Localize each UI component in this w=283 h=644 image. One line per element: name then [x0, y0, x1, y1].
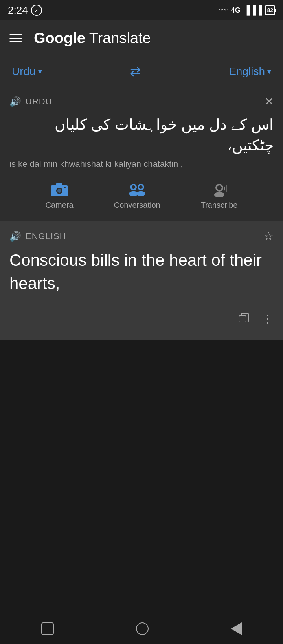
svg-point-13	[217, 185, 222, 190]
bottom-spacer	[0, 340, 283, 520]
svg-point-10	[139, 185, 142, 189]
swap-languages-button[interactable]: ⇄	[130, 64, 141, 79]
transcribe-tool-button[interactable]: Transcribe	[201, 181, 238, 210]
target-language-button[interactable]: English ▾	[229, 65, 271, 78]
app-title: Google Translate	[34, 30, 151, 47]
navigation-bar	[0, 613, 283, 644]
translation-area: 🔊 ENGLISH ☆ Conscious bills in the heart…	[0, 222, 283, 340]
nav-home-button[interactable]	[136, 622, 149, 635]
clear-input-button[interactable]: ✕	[265, 95, 274, 108]
translation-speaker-icon[interactable]: 🔊	[9, 231, 22, 242]
input-lang-label: 🔊 URDU	[9, 96, 52, 107]
translation-actions: ⋮	[9, 311, 274, 326]
status-time: 2:24 ✓	[8, 4, 42, 16]
target-lang-dropdown-icon: ▾	[267, 67, 271, 76]
svg-point-12	[214, 192, 224, 197]
transcribe-label: Transcribe	[201, 201, 238, 210]
hamburger-menu-button[interactable]	[9, 34, 22, 42]
input-speaker-icon[interactable]: 🔊	[9, 96, 22, 107]
transcribe-icon	[209, 181, 230, 198]
source-lang-dropdown-icon: ▾	[38, 67, 42, 76]
svg-point-4	[64, 187, 66, 188]
network-icon: 4G	[231, 6, 241, 15]
source-language-button[interactable]: Urdu ▾	[12, 65, 42, 78]
status-bar: 2:24 ✓ 〰 4G ▐▐▐ 82	[0, 0, 283, 20]
translation-header: 🔊 ENGLISH ☆	[9, 230, 274, 243]
conversation-icon	[127, 181, 147, 198]
romanized-text: is ke dal min khwahishat ki kaliyan chat…	[9, 159, 274, 169]
battery-icon: 82	[265, 5, 275, 15]
camera-label: Camera	[46, 201, 74, 210]
translation-text: Conscious bills in the heart of their he…	[9, 249, 274, 295]
app-bar: Google Translate	[0, 20, 283, 56]
nav-recents-button[interactable]	[41, 622, 54, 635]
conversation-label: Conversation	[114, 201, 160, 210]
svg-point-2	[57, 189, 61, 193]
translate-label: Translate	[85, 30, 151, 46]
svg-rect-3	[56, 183, 62, 186]
translation-lang-label: 🔊 ENGLISH	[9, 231, 66, 242]
nav-back-button[interactable]	[231, 622, 242, 635]
favorite-button[interactable]: ☆	[264, 230, 274, 243]
status-icons: 〰 4G ▐▐▐ 82	[219, 5, 275, 15]
svg-point-9	[132, 185, 135, 189]
language-bar: Urdu ▾ ⇄ English ▾	[0, 56, 283, 87]
tools-row: Camera Conversation	[9, 177, 274, 214]
svg-point-8	[136, 191, 145, 196]
input-header: 🔊 URDU ✕	[9, 95, 274, 108]
conversation-tool-button[interactable]: Conversation	[114, 181, 160, 210]
google-label: Google	[34, 30, 85, 46]
copy-button[interactable]	[237, 311, 250, 326]
camera-tool-button[interactable]: Camera	[46, 181, 74, 210]
signal-bars-icon: ▐▐▐	[244, 5, 262, 15]
svg-rect-17	[239, 316, 246, 322]
input-area: 🔊 URDU ✕ اس کے دل میں خواہشات کی کلیاں چ…	[0, 87, 283, 222]
signal-wave-icon: 〰	[219, 5, 228, 15]
whatsapp-icon: ✓	[31, 5, 42, 16]
more-options-button[interactable]: ⋮	[262, 312, 274, 326]
urdu-input-text[interactable]: اس کے دل میں خواہشات کی کلیاں چٹکتیں،	[9, 114, 274, 156]
camera-icon	[49, 181, 70, 198]
